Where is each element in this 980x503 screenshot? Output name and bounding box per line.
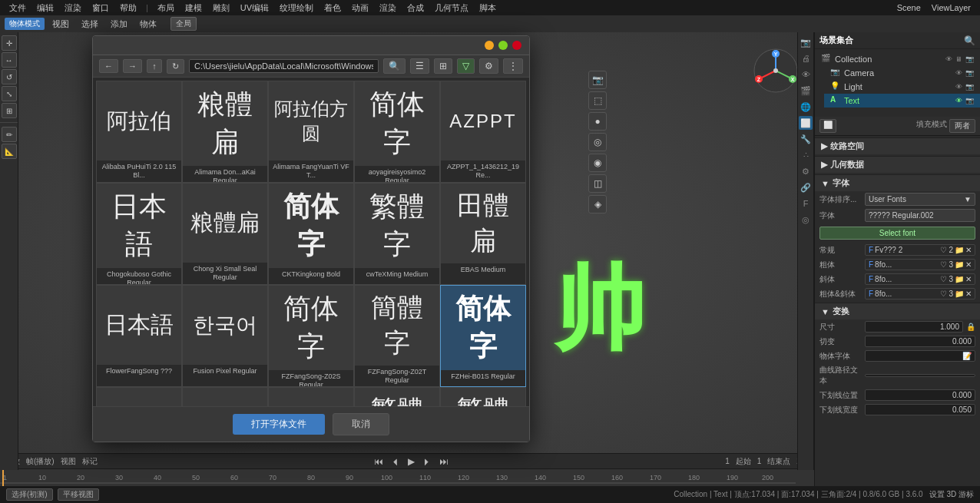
menu-render[interactable]: 渲染 — [60, 2, 86, 15]
bold-italic-heart[interactable]: ♡ — [940, 290, 947, 298]
workspace-shading[interactable]: 着色 — [319, 2, 346, 15]
tool-scale[interactable]: ⤡ — [2, 86, 17, 101]
open-font-button[interactable]: 打开字体文件 — [233, 414, 325, 435]
workspace-uv[interactable]: UV编辑 — [236, 2, 273, 15]
vp-shading-rendered[interactable]: ◉ — [588, 154, 607, 172]
btn-prev-frame[interactable]: ⏴ — [389, 456, 402, 467]
font-item-19[interactable]: 繁體字 繁體字 2 ??? — [440, 387, 526, 406]
toolbar-view[interactable]: 视图 — [48, 18, 74, 31]
cancel-button[interactable]: 取消 — [333, 413, 389, 435]
bold-italic-font-field[interactable]: F 8fo... ♡ 3 📁 ✕ — [865, 288, 975, 299]
scene-render-icon[interactable]: 📷 — [965, 55, 974, 63]
text-render-icon[interactable]: 📷 — [965, 97, 974, 104]
transform-header[interactable]: ▼ 变换 — [815, 303, 980, 319]
camera-vis-icon[interactable]: 👁 — [955, 69, 962, 77]
btn-minimize[interactable] — [485, 41, 494, 50]
tool-measure[interactable]: 📐 — [2, 144, 17, 159]
size-value[interactable]: 1.000 — [865, 321, 963, 333]
toolbar-add[interactable]: 添加 — [106, 18, 132, 31]
italic-font-field[interactable]: F 8fo... ♡ 3 📁 ✕ — [865, 273, 975, 285]
texture-space-header[interactable]: ▶ 纹路空间 — [815, 138, 980, 154]
font-item-18[interactable]: 繁體字 繁體字 ??? — [354, 387, 440, 406]
menu-window[interactable]: 窗口 — [88, 2, 114, 15]
scene-vis-icon[interactable]: 👁 — [945, 55, 952, 63]
italic-folder[interactable]: 📁 — [955, 275, 964, 283]
selection-mode[interactable]: 选择(初测) — [6, 488, 53, 501]
layout-grid-btn[interactable]: ⊞ — [434, 58, 452, 74]
scene-hide-icon[interactable]: 🖥 — [955, 55, 962, 63]
underline-thickness-value[interactable]: 0.050 — [865, 404, 975, 415]
font-item-6[interactable]: 粮體扁 Chong Xi Small Seal Regular — [182, 183, 268, 285]
workspace-layout[interactable]: 布局 — [153, 2, 179, 15]
prop-material-icon[interactable]: ◎ — [799, 213, 813, 227]
btn-close[interactable] — [512, 41, 521, 50]
workspace-animation[interactable]: 动画 — [347, 2, 373, 15]
layout-list-btn[interactable]: ☰ — [410, 58, 429, 74]
camera-render-icon[interactable]: 📷 — [965, 69, 974, 77]
vp-perspective[interactable]: ⬚ — [588, 91, 607, 110]
font-item-15[interactable]: 籍唯荣 籍唯荣 ??? — [96, 387, 182, 406]
viewport-gizmo[interactable]: Y X Z — [753, 48, 799, 94]
btn-maximize[interactable] — [498, 41, 508, 50]
workspace-modeling[interactable]: 建模 — [180, 2, 207, 15]
workspace-texture[interactable]: 纹理绘制 — [275, 2, 318, 15]
search-btn[interactable]: 🔍 — [383, 58, 406, 74]
text-vis-icon[interactable]: 👁 — [955, 97, 962, 104]
prop-particles-icon[interactable]: ∴ — [799, 148, 813, 162]
font-item-10[interactable]: 日本語 FlowerFangSong ??? — [96, 285, 182, 387]
font-item-9[interactable]: 田體扁 EBAS Medium — [440, 183, 526, 285]
font-item-4[interactable]: AZPPT AZPPT_1_1436212_19 Re... — [440, 81, 526, 183]
workspace-compositing[interactable]: 合成 — [402, 2, 429, 15]
italic-heart[interactable]: ♡ — [940, 275, 947, 283]
font-item-16[interactable]: 簡體字 簡體字 ??? — [182, 387, 268, 406]
menu-edit[interactable]: 编辑 — [32, 2, 58, 15]
font-item-14[interactable]: 简体字 FZHei-B01S Regular — [440, 285, 526, 387]
shear-value[interactable]: 0.000 — [865, 336, 975, 347]
prop-object-icon[interactable]: ⬜ — [799, 116, 813, 130]
nav-back[interactable]: ← — [99, 59, 118, 73]
geometry-header[interactable]: ▶ 几何数据 — [815, 157, 980, 173]
font-item-7[interactable]: 简体字 CKTKingkong Bold — [268, 183, 354, 285]
font-sort-dropdown[interactable]: User Fonts ▼ — [865, 193, 975, 206]
btn-next-frame[interactable]: ⏵ — [420, 456, 434, 467]
prop-world-icon[interactable]: 🌐 — [799, 100, 813, 114]
prop-data-icon[interactable]: F — [799, 197, 813, 210]
tree-text[interactable]: A Text 👁 📷 — [824, 94, 980, 108]
bold-x[interactable]: ✕ — [965, 260, 972, 269]
prop-modifier-icon[interactable]: 🔧 — [799, 132, 813, 146]
tool-cursor[interactable]: ✛ — [2, 35, 17, 51]
prop-output-icon[interactable]: 🖨 — [799, 51, 813, 65]
font-item-5[interactable]: 日本語 Chogokuboso Gothic Regular — [96, 183, 182, 285]
font-header[interactable]: ▼ 字体 — [815, 175, 980, 191]
fill-mode-value[interactable]: 两者 — [949, 119, 975, 133]
menu-file[interactable]: 文件 — [5, 2, 31, 15]
view-mode[interactable]: 平移视图 — [58, 488, 99, 501]
vp-camera-view[interactable]: 📷 — [588, 71, 607, 89]
more-btn[interactable]: ⋮ — [503, 58, 523, 74]
bold-heart[interactable]: ♡ — [940, 260, 947, 269]
object-font-value[interactable]: 📝 — [865, 350, 975, 362]
nav-up[interactable]: ↑ — [147, 59, 162, 73]
global-selector[interactable]: 全局 — [171, 17, 197, 31]
prop-constraints-icon[interactable]: 🔗 — [799, 180, 813, 194]
workspace-rendering[interactable]: 渲染 — [375, 2, 401, 15]
vp-overlay[interactable]: ◫ — [588, 174, 607, 193]
size-lock-icon[interactable]: 🔒 — [966, 323, 975, 331]
vp-shading-material[interactable]: ◎ — [588, 133, 607, 151]
vp-shading-solid[interactable]: ● — [588, 112, 607, 131]
workspace-scripting[interactable]: 脚本 — [475, 2, 501, 15]
curve-text-value[interactable] — [865, 374, 975, 377]
timeline-ruler[interactable]: 1 10 20 30 40 50 60 70 80 90 100 110 120… — [0, 469, 814, 486]
path-input[interactable] — [189, 59, 379, 73]
toolbar-select[interactable]: 选择 — [77, 18, 103, 31]
prop-view-icon[interactable]: 👁 — [799, 68, 813, 81]
tool-transform[interactable]: ⊞ — [2, 103, 17, 118]
font-item-8[interactable]: 繁體字 cwTeXMing Medium — [354, 183, 440, 285]
regular-font-field[interactable]: F Fv??? 2 ♡ 2 📁 ✕ — [865, 244, 975, 256]
light-render-icon[interactable]: 📷 — [965, 83, 974, 91]
settings-btn[interactable]: ⚙ — [479, 58, 498, 74]
font-item-13[interactable]: 簡體字 FZFangSong-Z02T Regular — [354, 285, 440, 387]
tool-annotate[interactable]: ✏ — [2, 127, 17, 142]
prop-render-icon[interactable]: 📷 — [799, 35, 813, 49]
tool-move[interactable]: ↔ — [2, 52, 17, 68]
